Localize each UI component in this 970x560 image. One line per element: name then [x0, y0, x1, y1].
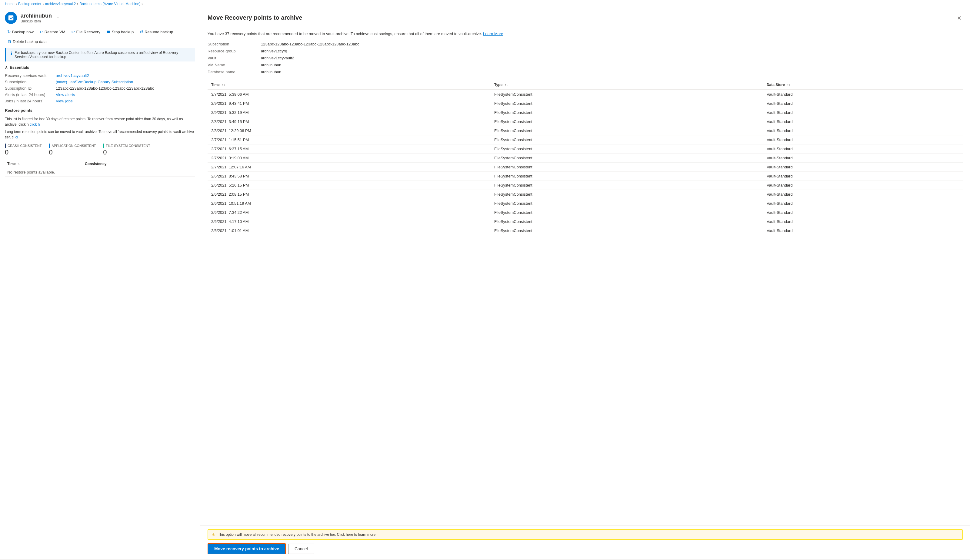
- rp-type: FileSystemConsistent: [491, 117, 763, 126]
- drawer-body: You have 37 recovery points that are rec…: [200, 26, 970, 525]
- stop-backup-button[interactable]: ⏹ Stop backup: [104, 28, 136, 36]
- time-column-header[interactable]: Time ↑↓: [5, 160, 82, 168]
- warning-icon: ⚠: [212, 532, 215, 537]
- time-sort-icon: ↑↓: [17, 162, 21, 166]
- drawer-header: Move Recovery points to archive ✕: [200, 8, 970, 26]
- restore-older-link[interactable]: click h: [30, 122, 40, 127]
- crash-consistent-counter: CRASH CONSISTENT 0: [5, 143, 42, 156]
- rp-type: FileSystemConsistent: [491, 199, 763, 208]
- fs-consistent-counter: FILE-SYSTEM CONSISTENT 0: [103, 143, 150, 156]
- recovery-point-row: 2/7/2021, 12:07:16 AM FileSystemConsiste…: [207, 162, 963, 172]
- rp-time-header[interactable]: Time ↑↓: [207, 80, 491, 90]
- rp-datastore-header[interactable]: Data Store ↑↓: [763, 80, 963, 90]
- rp-datastore: Vault-Standard: [763, 190, 963, 199]
- file-recovery-icon: ↩: [71, 29, 75, 34]
- rp-datastore: Vault-Standard: [763, 217, 963, 226]
- warning-bar: ⚠ This option will move all recommended …: [207, 529, 963, 540]
- rp-type: FileSystemConsistent: [491, 180, 763, 190]
- breadcrumb-home[interactable]: Home: [5, 2, 15, 6]
- recovery-point-row: 2/6/2021, 1:01:01 AM FileSystemConsisten…: [207, 226, 963, 235]
- toolbar: ↻ Backup now ↩ Restore VM ↩ File Recover…: [0, 27, 200, 48]
- page-icon: [5, 12, 17, 24]
- rp-datastore: Vault-Standard: [763, 117, 963, 126]
- restore-vm-icon: ↩: [40, 29, 43, 34]
- drawer-footer: ⚠ This option will move all recommended …: [200, 525, 970, 559]
- page-title: archlinubun: [21, 13, 52, 19]
- recovery-point-row: 2/6/2021, 8:43:58 PM FileSystemConsisten…: [207, 172, 963, 180]
- rp-datastore-sort-button[interactable]: ↑↓: [787, 83, 790, 87]
- crash-count: 0: [5, 148, 42, 156]
- delete-backup-button[interactable]: 🗑 Delete backup data: [5, 37, 49, 46]
- recovery-point-row: 2/9/2021, 5:32:19 AM FileSystemConsisten…: [207, 108, 963, 117]
- restore-info-2: Long term retention points can be moved …: [5, 129, 195, 140]
- recovery-point-row: 2/7/2021, 3:19:00 AM FileSystemConsisten…: [207, 153, 963, 162]
- essentials-row: Recovery services vault archivev1ccyvaul…: [5, 73, 195, 78]
- rp-type: FileSystemConsistent: [491, 208, 763, 217]
- learn-more-link[interactable]: Learn More: [483, 32, 503, 36]
- essentials-toggle[interactable]: ∧ Essentials: [5, 65, 195, 70]
- drawer-database-name: archlinubun: [261, 70, 963, 74]
- breadcrumb-backup-items[interactable]: Backup Items (Azure Virtual Machine): [79, 2, 140, 6]
- restore-points-section: Restore points This list is filtered for…: [0, 108, 200, 177]
- info-banner: ℹ For backups, try our new Backup Center…: [5, 48, 195, 62]
- move-recommended-link[interactable]: cl: [15, 135, 18, 139]
- essentials-row: Jobs (in last 24 hours) View jobs: [5, 99, 195, 103]
- rp-time: 2/6/2021, 5:26:15 PM: [207, 180, 491, 190]
- rp-type: FileSystemConsistent: [491, 90, 763, 99]
- rp-time: 2/6/2021, 10:51:19 AM: [207, 199, 491, 208]
- breadcrumb-vault[interactable]: archivev1ccyvault2: [45, 2, 76, 6]
- stop-backup-icon: ⏹: [106, 29, 110, 34]
- rp-datastore: Vault-Standard: [763, 126, 963, 135]
- move-recovery-points-button[interactable]: Move recovery points to archive: [207, 543, 286, 554]
- rp-type: FileSystemConsistent: [491, 172, 763, 180]
- rp-datastore: Vault-Standard: [763, 90, 963, 99]
- resume-backup-icon: ↺: [140, 29, 144, 34]
- rp-time: 2/6/2021, 2:08:15 PM: [207, 190, 491, 199]
- recovery-point-row: 2/6/2021, 10:51:19 AM FileSystemConsiste…: [207, 199, 963, 208]
- fs-count: 0: [103, 148, 150, 156]
- restore-info-1: This list is filtered for last 30 days o…: [5, 116, 195, 127]
- rp-datastore: Vault-Standard: [763, 208, 963, 217]
- rp-type: FileSystemConsistent: [491, 144, 763, 153]
- vault-link[interactable]: archivev1ccyvault2: [56, 73, 89, 78]
- page-subtitle: Backup Item: [21, 19, 52, 23]
- rp-type-header[interactable]: Type ↑↓: [491, 80, 763, 90]
- view-alerts-link[interactable]: View alerts: [56, 92, 75, 97]
- rp-time: 2/9/2021, 5:32:19 AM: [207, 108, 491, 117]
- rp-type-sort-button[interactable]: ↑↓: [504, 83, 508, 87]
- subscription-link[interactable]: IaaSVmBackup Canary Subscription: [69, 80, 133, 84]
- rp-type: FileSystemConsistent: [491, 108, 763, 117]
- rp-datastore: Vault-Standard: [763, 144, 963, 153]
- rp-time: 2/6/2021, 7:34:22 AM: [207, 208, 491, 217]
- close-drawer-button[interactable]: ✕: [956, 14, 963, 22]
- rp-type: FileSystemConsistent: [491, 217, 763, 226]
- page-header: archlinubun Backup Item ···: [0, 8, 200, 27]
- rp-time-sort-button[interactable]: ↑↓: [222, 83, 225, 87]
- drawer-vm-name: archlinubun: [261, 63, 963, 67]
- breadcrumb: Home › Backup center › archivev1ccyvault…: [0, 0, 970, 8]
- rp-time: 2/7/2021, 1:15:51 PM: [207, 135, 491, 144]
- rp-type: FileSystemConsistent: [491, 190, 763, 199]
- resume-backup-button[interactable]: ↺ Resume backup: [137, 28, 175, 36]
- no-data-row: No restore points available.: [5, 168, 195, 177]
- backup-now-icon: ↻: [7, 29, 11, 34]
- recovery-point-row: 2/6/2021, 5:26:15 PM FileSystemConsisten…: [207, 180, 963, 190]
- breadcrumb-backup-center[interactable]: Backup center: [18, 2, 42, 6]
- consistency-column-header[interactable]: Consistency: [82, 160, 195, 168]
- recovery-point-row: 2/6/2021, 4:17:10 AM FileSystemConsisten…: [207, 217, 963, 226]
- cancel-button[interactable]: Cancel: [288, 543, 314, 554]
- move-link[interactable]: (move): [56, 80, 67, 84]
- backup-now-button[interactable]: ↻ Backup now: [5, 28, 36, 36]
- delete-backup-icon: 🗑: [7, 39, 12, 44]
- file-recovery-button[interactable]: ↩ File Recovery: [69, 28, 102, 36]
- vm-name-label: VM Name: [207, 63, 256, 67]
- view-jobs-link[interactable]: View jobs: [56, 99, 72, 103]
- right-panel: Move Recovery points to archive ✕ You ha…: [200, 8, 970, 559]
- essentials-grid: Recovery services vault archivev1ccyvaul…: [5, 73, 195, 103]
- more-options-button[interactable]: ···: [57, 15, 61, 21]
- subscription-label: Subscription: [207, 42, 256, 46]
- warning-text: This option will move all recommended re…: [218, 532, 376, 537]
- drawer-subscription: 123abc-123abc-123abc-123abc-123abc-123ab…: [261, 42, 963, 46]
- restore-vm-button[interactable]: ↩ Restore VM: [37, 28, 68, 36]
- rp-time: 2/8/2021, 3:49:15 PM: [207, 117, 491, 126]
